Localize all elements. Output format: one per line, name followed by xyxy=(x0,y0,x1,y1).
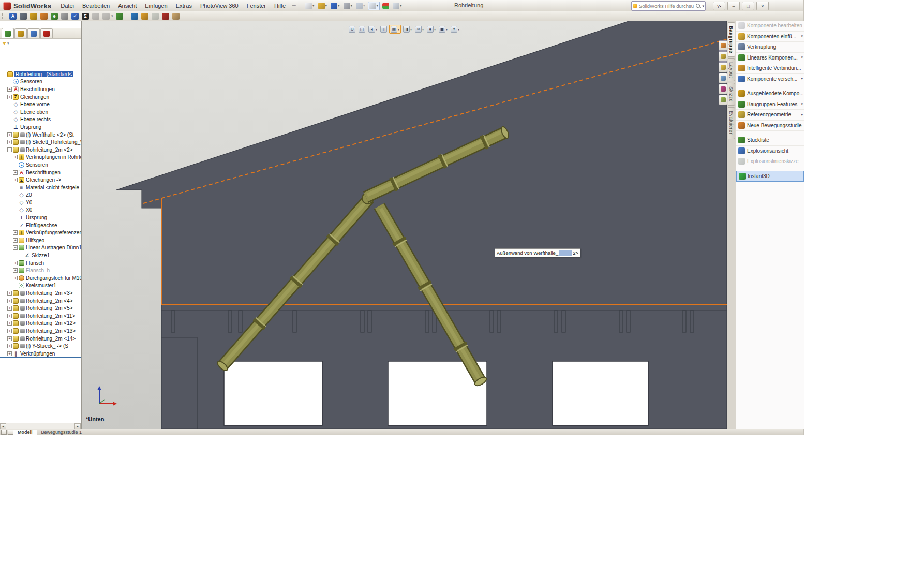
tree-item[interactable]: +Flansch_h xyxy=(0,267,81,274)
expand-toggle-icon[interactable]: + xyxy=(7,329,12,333)
filter-dropdown-icon[interactable]: ▾ xyxy=(7,41,9,46)
view-orientation-button[interactable]: ▦▾ xyxy=(389,25,401,34)
expand-toggle-icon[interactable]: + xyxy=(7,95,12,99)
graphics-viewport[interactable] xyxy=(82,21,727,429)
apply-scene-button[interactable]: ▣▾ xyxy=(438,25,449,33)
command-tab-layout[interactable]: Layout xyxy=(728,58,735,81)
expand-toggle-icon[interactable]: + xyxy=(7,314,12,318)
tree-item[interactable]: +Rohrleitung_2m <11> xyxy=(0,312,81,320)
close-button[interactable]: × xyxy=(756,2,769,10)
tree-item[interactable]: ◇Ebene vorne xyxy=(0,100,81,108)
menu-ansicht[interactable]: Ansicht xyxy=(114,1,141,10)
tree-item[interactable]: ●Sensoren xyxy=(0,161,81,169)
propertymanager-tab[interactable] xyxy=(14,28,27,38)
menu-einfügen[interactable]: Einfügen xyxy=(141,1,171,10)
view-settings-button[interactable]: ✦▾ xyxy=(450,25,460,33)
panel-item-lineares-komponen-[interactable]: Lineares Komponen...▾ xyxy=(736,53,804,64)
dropdown-icon[interactable]: ▾ xyxy=(801,113,803,117)
dropdown-icon[interactable]: ▾ xyxy=(422,27,424,31)
panel-item-komponenten-einfü-[interactable]: Komponenten einfü...▾ xyxy=(736,32,804,42)
tree-item[interactable]: +Rohrleitung_2m <12> xyxy=(0,320,81,328)
tree-item[interactable]: −Rohrleitung_2m <2> xyxy=(0,146,81,154)
minimize-button[interactable]: – xyxy=(727,2,740,10)
expand-toggle-icon[interactable]: + xyxy=(7,321,12,326)
panel-item-explosionsansicht[interactable]: Explosionsansicht xyxy=(736,146,804,157)
print-document-button[interactable]: ▾ xyxy=(342,2,354,10)
tree-item[interactable]: +Rohrleitung_2m <14> xyxy=(0,335,81,343)
photoview-preview-button[interactable] xyxy=(131,13,138,20)
dropdown-icon[interactable]: ▾ xyxy=(351,4,353,8)
restore-button[interactable]: □ xyxy=(742,2,754,10)
tree-item[interactable]: ⁘Kreismuster1 xyxy=(0,282,81,290)
section-properties-button[interactable] xyxy=(40,13,48,20)
dropdown-icon[interactable]: ▾ xyxy=(434,27,436,31)
options-list-button[interactable]: ▾ xyxy=(392,2,403,10)
expand-toggle-icon[interactable]: + xyxy=(13,170,18,175)
tree-item[interactable]: ≡Material <nicht festgele xyxy=(0,184,81,191)
expand-toggle-icon[interactable]: + xyxy=(7,291,12,296)
command-tab-evaluieren[interactable]: Evaluieren xyxy=(728,107,735,139)
tree-item[interactable]: +Rohrleitung_2m <4> xyxy=(0,297,81,305)
deviation-button[interactable] xyxy=(92,13,99,20)
expand-toggle-icon[interactable]: + xyxy=(7,87,12,92)
expand-toggle-icon[interactable]: + xyxy=(13,155,18,159)
dropdown-icon[interactable]: ▾ xyxy=(312,4,315,8)
design-library-tab[interactable] xyxy=(719,51,727,62)
tree-item[interactable]: +(f) Skelett_Rohrleitung_W xyxy=(0,138,81,146)
dropdown-icon[interactable]: ▾ xyxy=(111,14,113,18)
tree-item[interactable]: +∥Verknüpfungsreferenzen xyxy=(0,229,81,237)
tree-item[interactable]: +ΣGleichungen -> xyxy=(0,176,81,184)
undo-button[interactable]: ▾ xyxy=(355,2,366,10)
expand-toggle-icon[interactable]: + xyxy=(13,276,18,280)
tree-item[interactable]: +Rohrleitung_2m <13> xyxy=(0,327,81,335)
splitter-button[interactable] xyxy=(8,430,13,435)
expand-toggle-icon[interactable]: + xyxy=(13,268,18,273)
expand-toggle-icon[interactable]: + xyxy=(13,238,18,243)
statistics-sigma-button[interactable]: Σ xyxy=(82,13,89,20)
tree-item[interactable]: +ABeschriftungen xyxy=(0,169,81,176)
sand-material-cube-button[interactable] xyxy=(172,13,180,20)
command-tab-baugruppe[interactable]: Baugruppe xyxy=(728,22,735,57)
panel-item-intelligente-verbindun-[interactable]: Intelligente Verbindun... xyxy=(736,63,804,74)
featuremanager-tab[interactable] xyxy=(2,28,14,38)
section-view-button[interactable]: ◫ xyxy=(379,25,388,33)
tree-item[interactable]: ∠Skizze1 xyxy=(0,252,81,259)
expand-toggle-icon[interactable]: − xyxy=(13,245,18,250)
expand-toggle-icon[interactable]: + xyxy=(7,344,12,348)
help-button[interactable]: ?▾ xyxy=(713,2,725,10)
tree-item[interactable]: ⊥Ursprung xyxy=(0,214,81,222)
bottom-tab-modell[interactable]: Modell xyxy=(13,430,37,435)
panel-item-komponente-bearbeiten[interactable]: Komponente bearbeiten xyxy=(736,21,804,32)
configurationmanager-tab[interactable] xyxy=(27,28,40,38)
traffic-light-rebuild-button[interactable] xyxy=(381,2,390,10)
dropdown-icon[interactable]: ▾ xyxy=(801,77,803,81)
mass-properties-button[interactable] xyxy=(30,13,37,20)
menu-hilfe[interactable]: Hilfe xyxy=(270,1,290,10)
measure-button[interactable] xyxy=(20,13,27,20)
tree-item[interactable]: +Rohrleitung_2m <5> xyxy=(0,304,81,312)
panel-item-ausgeblendete-kompo-[interactable]: Ausgeblendete Kompo... xyxy=(736,88,804,99)
menu-bearbeiten[interactable]: Bearbeiten xyxy=(78,1,114,10)
select-arrow-button[interactable]: ▾ xyxy=(368,2,380,10)
bottom-tab-bewegungsstudie-1[interactable]: Bewegungsstudie 1 xyxy=(37,430,87,435)
dropdown-icon[interactable]: ▾ xyxy=(325,4,327,8)
tree-item[interactable]: +∥Verknüpfungen xyxy=(0,350,81,358)
equations-e-button[interactable]: e xyxy=(51,13,58,20)
dropdown-icon[interactable]: ▾ xyxy=(363,4,365,8)
red-material-cube-button[interactable] xyxy=(162,13,169,20)
custom-properties-tab[interactable] xyxy=(719,95,727,105)
search-input[interactable]: SolidWorks Hilfe durchsuchen xyxy=(639,3,694,9)
dropdown-icon[interactable]: ▾ xyxy=(410,27,412,31)
hide-show-items-button[interactable]: ∞▾ xyxy=(414,25,425,33)
tree-item[interactable]: ◇Ebene oben xyxy=(0,108,81,116)
search-dropdown-icon[interactable]: ▾ xyxy=(702,4,704,8)
panel-item-verknüpfung[interactable]: Verknüpfung xyxy=(736,42,804,53)
tree-item[interactable]: +∥Verknüpfungen in Rohrle xyxy=(0,154,81,161)
expand-toggle-icon[interactable]: + xyxy=(13,178,18,182)
menu-fenster[interactable]: Fenster xyxy=(243,1,270,10)
panel-item-referenzgeometrie[interactable]: Referenzgeometrie▾ xyxy=(736,110,804,121)
expand-toggle-icon[interactable]: − xyxy=(7,147,12,152)
panel-item-stückliste[interactable]: Stückliste xyxy=(736,135,804,146)
dropdown-icon[interactable]: ▾ xyxy=(446,27,448,31)
panel-item-baugruppen-features[interactable]: Baugruppen-Features▾ xyxy=(736,99,804,110)
